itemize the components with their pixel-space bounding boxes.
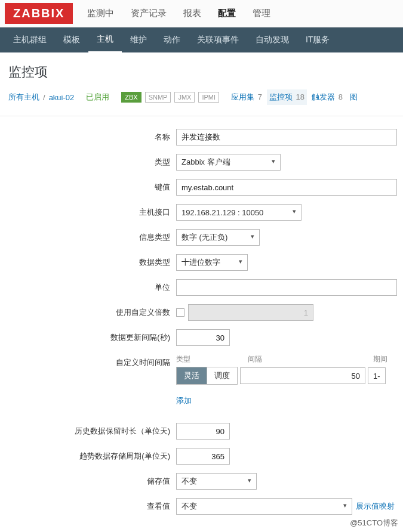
select-store[interactable]: 不变 (176, 473, 257, 490)
label-info-type: 信息类型 (0, 229, 176, 243)
input-unit[interactable] (176, 279, 397, 296)
page-title: 监控项 (0, 52, 403, 89)
select-type[interactable]: Zabbix 客户端 (176, 154, 281, 171)
breadcrumb-all-hosts[interactable]: 所有主机 (8, 92, 39, 103)
breadcrumb-host[interactable]: akui-02 (49, 93, 75, 102)
select-interface[interactable]: 192.168.21.129 : 10050 (176, 204, 302, 221)
label-update-interval: 数据更新间隔(秒) (0, 329, 176, 343)
top-nav-admin[interactable]: 管理 (244, 0, 279, 27)
seg-flexible[interactable]: 灵活 (177, 367, 207, 384)
label-trends: 趋势数据存储周期(单位天) (0, 448, 176, 462)
interval-header-type: 类型 (176, 354, 248, 364)
show-value-mapping-link[interactable]: 展示值映射 (356, 501, 395, 512)
sub-nav-discovery[interactable]: 自动发现 (247, 28, 297, 52)
logo[interactable]: ZABBIX (5, 3, 73, 24)
sub-nav-itservice[interactable]: IT服务 (297, 28, 338, 52)
seg-scheduling[interactable]: 调度 (207, 367, 237, 384)
input-trends[interactable] (176, 448, 230, 465)
input-period-value[interactable] (368, 367, 386, 384)
label-type: 类型 (0, 154, 176, 168)
top-nav-inventory[interactable]: 资产记录 (122, 0, 175, 27)
label-multiplier: 使用自定义倍数 (0, 304, 176, 318)
sub-nav-action[interactable]: 动作 (155, 28, 189, 52)
tab-triggers[interactable]: 触发器 8 (309, 89, 345, 105)
input-interval-value[interactable] (240, 367, 365, 384)
badge-jmx: JMX (174, 92, 195, 103)
status-enabled: 已启用 (86, 92, 109, 103)
select-show[interactable]: 不变 (176, 498, 352, 515)
tab-graphs[interactable]: 图 (347, 89, 360, 105)
label-data-type: 数据类型 (0, 254, 176, 268)
sub-nav-template[interactable]: 模板 (55, 28, 88, 52)
label-unit: 单位 (0, 279, 176, 293)
label-key: 键值 (0, 179, 176, 193)
badge-ipmi: IPMI (198, 92, 219, 103)
breadcrumb-sep: / (43, 93, 45, 102)
badge-zbx: ZBX (121, 92, 141, 103)
top-nav-reports[interactable]: 报表 (175, 0, 210, 27)
top-nav-config[interactable]: 配置 (210, 0, 244, 27)
sub-nav-maint[interactable]: 维护 (122, 28, 155, 52)
input-multiplier (188, 304, 313, 321)
select-data-type[interactable]: 十进位数字 (176, 254, 248, 271)
tab-items[interactable]: 监控项 18 (267, 89, 307, 105)
sub-nav-correlation[interactable]: 关联项事件 (189, 28, 247, 52)
sub-nav-hostgroup[interactable]: 主机群组 (5, 28, 55, 52)
input-history[interactable] (176, 423, 230, 440)
label-name: 名称 (0, 129, 176, 143)
select-info-type[interactable]: 数字 (无正负) (176, 229, 260, 246)
label-history: 历史数据保留时长（单位天) (0, 423, 176, 437)
tab-apps[interactable]: 应用集 7 (229, 89, 264, 105)
checkbox-multiplier[interactable] (176, 308, 184, 317)
label-store: 储存值 (0, 473, 176, 487)
input-update-interval[interactable] (176, 329, 230, 346)
interval-type-segment: 灵活 调度 (176, 367, 238, 385)
input-key[interactable] (176, 179, 397, 196)
input-name[interactable] (176, 129, 397, 146)
sub-nav-host[interactable]: 主机 (88, 27, 122, 53)
interval-header-interval: 间隔 (248, 354, 373, 364)
label-interface: 主机接口 (0, 204, 176, 218)
interval-header-period: 期间 (373, 354, 397, 364)
add-interval-link[interactable]: 添加 (176, 395, 192, 406)
watermark: @51CTO博客 (350, 518, 398, 527)
top-nav-monitor[interactable]: 监测中 (79, 0, 122, 27)
label-custom-interval: 自定义时间间隔 (0, 354, 176, 368)
label-show: 查看值 (0, 498, 176, 512)
badge-snmp: SNMP (145, 92, 171, 103)
